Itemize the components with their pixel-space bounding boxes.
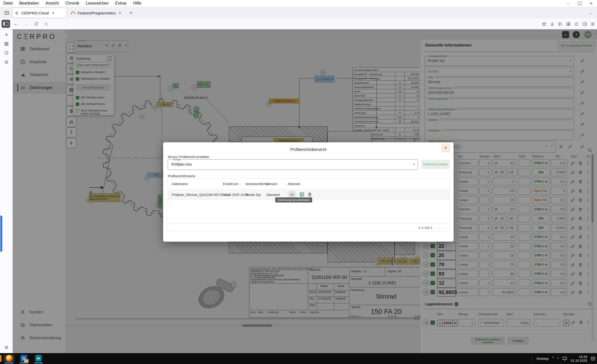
bookmarks-sidebar-icon[interactable] <box>3 58 10 66</box>
menu-datei[interactable]: Datei <box>0 1 16 6</box>
template-select[interactable]: Vorlage Prüfplan.xlsx ▾ <box>168 159 418 170</box>
modal-title: Prüfberichtübersicht <box>163 147 454 152</box>
template-select-label: Vorlage <box>171 158 182 161</box>
hamburger-menu-icon[interactable] <box>590 22 595 26</box>
taskbar-overflow-chevron[interactable]: » <box>552 355 554 358</box>
taskbar-app-icon[interactable]: ≫ <box>33 354 44 362</box>
taskbar: O ≫ | Desktop » ^ 15:28 01.10.2025 <box>0 353 597 364</box>
col-aktionen: Aktionen <box>288 179 301 189</box>
cut-taskbar-icon <box>0 355 2 362</box>
cerpro-favicon: C <box>15 11 19 15</box>
history-table: Dateiname Erstellt am ↓ Verantwortlicher… <box>168 178 450 232</box>
col-verantwortlicher[interactable]: Verantwortlicher <box>245 179 269 189</box>
downloads-icon[interactable] <box>550 22 555 26</box>
window-close-button[interactable]: ✕ <box>585 0 597 7</box>
show-desktop-label[interactable]: Desktop <box>537 357 549 360</box>
history-created: 01.10.2025 15:28 <box>223 189 248 200</box>
firefox-sidebar-strip <box>0 29 13 353</box>
containers-icon[interactable] <box>3 40 10 48</box>
taskbar-outlook-icon[interactable]: O <box>18 354 29 362</box>
navbar-right-icons <box>542 20 595 28</box>
reload-icon[interactable] <box>32 20 40 28</box>
download-excel-icon[interactable] <box>300 192 304 197</box>
history-responsible: Prodat Sql <box>245 189 261 200</box>
page-next-icon[interactable]: › <box>445 225 446 230</box>
page-prev-icon[interactable]: ‹ <box>438 225 439 230</box>
sidebar-settings-gear-icon[interactable] <box>3 344 10 351</box>
col-dateiname[interactable]: Dateiname <box>172 179 188 189</box>
browser-navbar: ← → ⌂ <box>0 18 597 30</box>
back-icon[interactable]: ← <box>12 20 20 28</box>
sort-desc-icon: ↓ <box>239 182 241 186</box>
forward-icon[interactable]: → <box>22 20 30 28</box>
account-icon[interactable] <box>566 22 571 26</box>
home-icon[interactable]: ⌂ <box>42 20 51 28</box>
ai-chat-icon[interactable] <box>3 31 10 38</box>
window-minimize-button[interactable]: – <box>562 0 574 7</box>
collapsed-panel-handle[interactable] <box>0 215 3 252</box>
firefox-view-icon[interactable] <box>3 9 11 17</box>
menu-extras[interactable]: Extras <box>112 1 130 6</box>
menu-bearbeiten[interactable]: Bearbeiten <box>16 1 42 6</box>
redmine-favicon <box>71 11 75 15</box>
bookmarks-icon[interactable] <box>542 22 546 26</box>
network-icon[interactable] <box>562 356 567 361</box>
tab-label: Feature/Programmierung #225 <box>78 11 116 15</box>
history-label: Prüfberichthistorie <box>168 174 195 178</box>
sidebar-panel-icon[interactable] <box>582 22 587 26</box>
template-select-value: Prüfplan.xlsx <box>172 162 192 166</box>
history-icon[interactable] <box>3 49 10 57</box>
window-controls: – ✕ <box>562 0 597 7</box>
pagination-text: 1–1 von 1 <box>418 226 432 230</box>
library-icon[interactable] <box>558 22 563 26</box>
tab-list-button[interactable]: ⌄ <box>586 8 594 18</box>
menu-chronik[interactable]: Chronik <box>62 1 82 6</box>
pagination: 1–1 von 1 ‹ › <box>168 223 450 232</box>
power-icon[interactable] <box>574 22 579 26</box>
create-report-button[interactable]: Prüfbericht erstellen <box>421 160 450 169</box>
tray-expand-icon[interactable]: ^ <box>557 357 559 360</box>
taskbar-firefox-icon[interactable] <box>4 354 15 362</box>
sidebar-toggle-icon[interactable] <box>2 20 10 28</box>
browser-tabbar: C CERPRO Cloud ✕ Feature/Programmierung … <box>0 7 597 18</box>
tab-close-icon[interactable]: ✕ <box>119 11 121 15</box>
tab-cerpro-cloud[interactable]: C CERPRO Cloud ✕ <box>12 8 66 18</box>
download-tooltip: Zeichnung herunterladen <box>275 197 312 202</box>
tab-close-icon[interactable]: ✕ <box>52 11 55 15</box>
caret-down-icon: ▾ <box>413 163 415 166</box>
delete-report-icon[interactable] <box>307 192 312 197</box>
menu-hilfe[interactable]: Hilfe <box>130 1 145 6</box>
browser-menubar: DateiBearbeitenAnsichtChronikLesezeichen… <box>0 0 597 7</box>
tab-label: CERPRO Cloud <box>22 11 49 15</box>
new-tab-button[interactable]: + <box>126 8 136 18</box>
col-version[interactable]: Version <box>266 179 277 189</box>
taskbar-clock[interactable]: 15:28 01.10.2025 <box>571 355 587 362</box>
menu-lesezeichen[interactable]: Lesezeichen <box>82 1 112 6</box>
pruefbericht-modal: ✕ Prüfberichtübersicht Neuen Prüfbericht… <box>163 142 454 242</box>
col-erstellt-am[interactable]: Erstellt am ↓ <box>223 179 241 189</box>
notification-center-icon[interactable] <box>591 356 595 361</box>
history-filename: Prüfplan_Stirnrad_Q181169 000 00.xlsx <box>172 189 230 200</box>
menu-ansicht[interactable]: Ansicht <box>42 1 62 6</box>
tab-feature-programmierung[interactable]: Feature/Programmierung #225 ✕ <box>68 8 124 18</box>
window-maximize-button[interactable] <box>574 0 585 7</box>
